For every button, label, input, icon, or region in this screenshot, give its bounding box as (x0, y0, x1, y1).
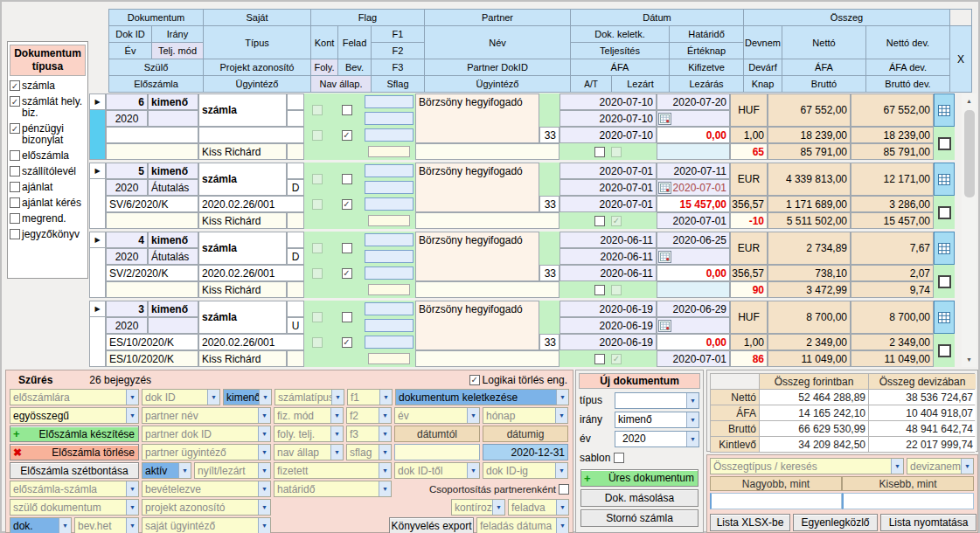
chevron-down-icon[interactable]: ▼ (556, 390, 568, 405)
filter-partner-nev-dropdown[interactable]: partner név▼ (142, 407, 271, 424)
header-hatarido[interactable]: Határidő (670, 26, 743, 42)
chevron-down-icon[interactable]: ▼ (259, 390, 271, 405)
scroll-up-icon[interactable]: ▲ (962, 93, 977, 108)
cell-dok-id[interactable]: 5 (106, 163, 148, 179)
cell-partner-nev[interactable]: Börzsöny hegyifogadó (415, 232, 539, 281)
header-ugyintezo-partner[interactable]: Ügyintéző (425, 76, 570, 92)
bev-checkbox[interactable] (342, 199, 352, 210)
doc-type-megrend[interactable]: megrend. (10, 213, 86, 225)
cell-irany[interactable]: kimenő (148, 93, 198, 110)
new-doc-irany-dropdown[interactable]: kimenő▼ (615, 412, 699, 428)
sflag-field[interactable] (368, 284, 410, 295)
cell-tipus[interactable]: számla (198, 301, 287, 334)
chevron-down-icon[interactable]: ▼ (556, 500, 568, 515)
checkbox[interactable] (10, 229, 20, 239)
chevron-down-icon[interactable]: ▼ (379, 481, 391, 496)
header-group-flag[interactable]: Flag (311, 10, 424, 25)
calendar-icon[interactable] (658, 320, 671, 332)
checkbox[interactable] (469, 375, 480, 385)
document-row[interactable]: ▶ 5 kimenő számla D 2020 Átutalás SV/6/2… (89, 163, 955, 229)
filter-szulo-dokumentum-dropdown[interactable]: szülő dokumentum▼ (10, 499, 139, 516)
f2-flag-field[interactable] (365, 112, 414, 125)
f2-flag-field[interactable] (365, 319, 414, 332)
chevron-down-icon[interactable]: ▼ (126, 408, 138, 423)
header-netto-dev[interactable]: Nettó dev. (866, 26, 949, 59)
header-nev[interactable]: Név (425, 26, 570, 59)
filter-sajat-ugyintezo-dropdown[interactable]: saját ügyintéző▼ (142, 517, 271, 533)
row-select-marker[interactable]: ▶ (89, 93, 106, 160)
cell-dok-id[interactable]: 3 (106, 301, 148, 317)
row-select-marker[interactable]: ▶ (89, 163, 106, 229)
filter-egyosszegu-dropdown[interactable]: egyösszegű▼ (10, 407, 139, 424)
chevron-down-icon[interactable]: ▼ (379, 426, 391, 441)
header-f1[interactable]: F1 (372, 26, 424, 42)
filter-datum-tipus-dropdown[interactable]: dokumentum keletkezése▼ (395, 389, 569, 405)
f2-flag-field[interactable] (365, 250, 414, 263)
checkbox[interactable] (10, 150, 20, 161)
filter-nav-allapot-dropdown[interactable]: nav állap▼ (274, 444, 344, 460)
header-tipus[interactable]: Típus (204, 26, 310, 59)
header-szulo[interactable]: Szülő (109, 59, 203, 75)
filter-projekt-azonosito-dropdown[interactable]: projekt azonosító▼ (142, 499, 271, 516)
calendar-icon[interactable] (658, 113, 671, 125)
header-netto[interactable]: Nettó (782, 26, 865, 59)
filter-partner-ugyintezo-dropdown[interactable]: partner ügyintéző▼ (142, 444, 271, 460)
header-f2[interactable]: F2 (372, 43, 424, 59)
cell-irany[interactable]: kimenő (148, 301, 198, 317)
f1-flag-field[interactable] (365, 302, 414, 315)
filter-f1-dropdown[interactable]: f1▼ (347, 389, 393, 405)
delete-eloszamla-button[interactable]: ✖Előszámla törlése (10, 444, 139, 460)
chevron-down-icon[interactable]: ▼ (258, 426, 270, 441)
doc-type-penzugyi-bizonylat[interactable]: pénzügyi bizonylat (10, 123, 86, 146)
document-row[interactable]: ▶ 6 kimenő számla 2020 Kiss Richárd Börz… (89, 93, 955, 160)
calendar-icon[interactable] (658, 182, 671, 194)
scroll-down-icon[interactable]: ▼ (962, 352, 977, 367)
chevron-down-icon[interactable]: ▼ (686, 412, 699, 427)
cell-irany[interactable]: kimenő (148, 232, 198, 248)
create-eloszamla-button[interactable]: +Előszámla készítése (10, 426, 139, 442)
chevron-down-icon[interactable]: ▼ (330, 445, 343, 460)
checkbox[interactable] (10, 166, 20, 177)
chevron-down-icon[interactable]: ▼ (891, 459, 903, 474)
header-knap[interactable]: Knap (744, 76, 782, 92)
less-than-input[interactable] (842, 493, 974, 509)
chevron-down-icon[interactable]: ▼ (331, 390, 344, 405)
chevron-down-icon[interactable]: ▼ (379, 463, 391, 478)
header-ertknap[interactable]: Értéknap (670, 43, 743, 59)
chevron-down-icon[interactable]: ▼ (126, 500, 138, 515)
chevron-down-icon[interactable]: ▼ (555, 408, 567, 423)
accounting-export-button[interactable]: Könyvelés export (389, 517, 474, 533)
row-select-checkbox[interactable] (938, 206, 951, 219)
header-foly[interactable]: Foly. (311, 59, 337, 75)
filter-bev-het-dropdown[interactable]: bev.het▼ (74, 517, 139, 533)
chevron-down-icon[interactable]: ▼ (126, 518, 138, 533)
felad-checkbox[interactable] (342, 312, 352, 322)
row-select-marker[interactable]: ▶ (89, 232, 106, 298)
chevron-down-icon[interactable]: ▼ (258, 500, 270, 515)
chevron-down-icon[interactable]: ▼ (258, 463, 270, 478)
felad-checkbox[interactable] (342, 243, 352, 253)
header-group-sajat[interactable]: Saját (204, 10, 310, 25)
filter-dokid-tol-dropdown[interactable]: dok ID-től▼ (394, 462, 480, 479)
cell-partner-nev[interactable]: Börzsöny hegyifogadó (415, 93, 539, 143)
filter-feladas-datuma-dropdown[interactable]: feladás dátuma▼ (476, 517, 569, 533)
grid-vertical-scrollbar[interactable]: ▲ ▼ (962, 93, 977, 367)
header-group-dokumentum[interactable]: Dokumentum (109, 10, 203, 25)
filter-honap-dropdown[interactable]: hónap▼ (483, 407, 568, 424)
filter-nyilt-lezart-dropdown[interactable]: nyílt/lezárt▼ (194, 462, 271, 479)
header-sflag[interactable]: Sflag (372, 76, 424, 92)
date-from-input[interactable] (394, 444, 480, 460)
header-projekt[interactable]: Projekt azonosító (204, 59, 310, 75)
chevron-down-icon[interactable]: ▼ (379, 390, 392, 405)
checkbox[interactable] (10, 182, 20, 192)
row-select-checkbox[interactable] (938, 344, 951, 357)
scrollbar-thumb[interactable] (964, 110, 975, 197)
clear-filter-x-button[interactable]: X (950, 26, 971, 92)
cell-partner-nev[interactable]: Börzsöny hegyifogadó (415, 163, 539, 212)
filter-dok-id-dropdown[interactable]: dok ID▼ (142, 389, 220, 405)
doc-type-eloszamla[interactable]: előszámla (10, 150, 86, 162)
chevron-down-icon[interactable]: ▼ (258, 408, 270, 423)
chevron-down-icon[interactable]: ▼ (126, 390, 138, 405)
header-lezaras[interactable]: Lezárás (670, 76, 743, 92)
new-doc-tipus-dropdown[interactable]: ▼ (615, 392, 699, 409)
